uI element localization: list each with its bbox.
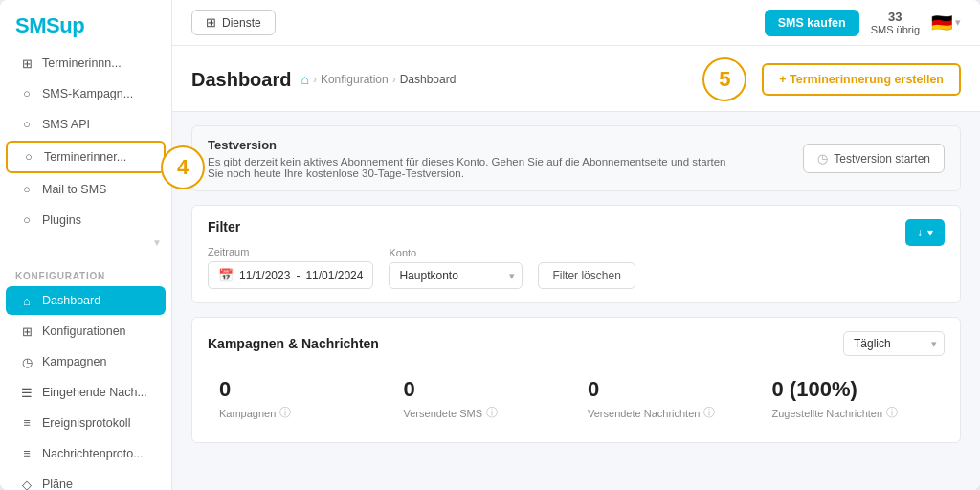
info-icon2[interactable]: ⓘ	[486, 405, 498, 421]
stat-versendete-nachrichten-value: 0	[588, 377, 749, 402]
circle-icon: ○	[19, 182, 34, 197]
circle-icon: ○	[19, 86, 34, 101]
sidebar-item-sms-api[interactable]: ○ SMS API	[6, 110, 166, 139]
sidebar-item-label: Plugins	[42, 213, 81, 227]
date-range: 11/1/2023 - 11/01/2024	[239, 269, 363, 282]
sms-kaufen-button[interactable]: SMS kaufen	[765, 10, 859, 36]
list-icon: ≡	[19, 415, 34, 431]
dienste-label: Dienste	[222, 16, 261, 30]
stat-versendete-nachrichten-label: Versendete Nachrichten ⓘ	[588, 405, 749, 421]
alert-content: Testversion Es gibt derzeit kein aktives…	[208, 138, 744, 179]
topbar-right: SMS kaufen 33 SMS übrig 🇩🇪 ▾	[765, 10, 961, 36]
sidebar-item-label: Eingehende Nach...	[42, 386, 147, 399]
filter-title: Filter	[208, 219, 240, 234]
sidebar-item-terminerinner2[interactable]: ○ Terminerinner...	[6, 141, 166, 173]
sidebar-item-label: Kampagnen	[42, 355, 106, 368]
date-separator: -	[296, 269, 300, 282]
sidebar-item-mail-to-sms[interactable]: ○ Mail to SMS	[6, 175, 166, 204]
test-circle-icon: ◷	[817, 151, 828, 166]
logo: SMSup	[0, 0, 171, 48]
sidebar-item-label: Mail to SMS	[42, 183, 106, 196]
logo-up: up	[59, 13, 84, 37]
sidebar-item-label: Dashboard	[42, 294, 100, 307]
stats-header: Kampagnen & Nachrichten Täglich Wöchentl…	[208, 331, 945, 356]
topbar: ⊞ Dienste SMS kaufen 33 SMS übrig 🇩🇪 ▾	[172, 0, 980, 46]
testversion-button[interactable]: ◷ Testversion starten	[803, 144, 945, 173]
sidebar-item-nachrichtenproto[interactable]: ≡ Nachrichtenproto...	[6, 439, 166, 468]
alert-text: Es gibt derzeit kein aktives Abonnement …	[208, 156, 744, 179]
sidebar-item-sms-kampagnen[interactable]: ○ SMS-Kampagn...	[6, 79, 166, 108]
stat-versendete-nachrichten: 0 Versendete Nachrichten ⓘ	[576, 369, 761, 429]
breadcrumb-konfiguration[interactable]: Konfiguration	[321, 73, 389, 86]
sidebar-item-terminerinnerungen1[interactable]: ⊞ Terminerinnn...	[6, 49, 166, 78]
circle-icon: ○	[21, 149, 36, 165]
create-terminerinnerung-button[interactable]: + Terminerinnerung erstellen	[762, 63, 961, 96]
flag-icon: 🇩🇪	[931, 12, 952, 33]
sidebar-item-plugins[interactable]: ○ Plugins	[6, 206, 166, 234]
filter-clear-button[interactable]: Filter löschen	[538, 262, 635, 289]
breadcrumb: ⌂ › Konfiguration › Dashboard	[301, 72, 456, 87]
sidebar-item-label: Pläne	[42, 478, 73, 490]
sms-count-value: 33	[871, 10, 920, 24]
sidebar-item-label: Nachrichtenproto...	[42, 447, 144, 460]
stat-versendete-sms-value: 0	[404, 377, 566, 402]
breadcrumb-dashboard: Dashboard	[400, 73, 457, 86]
filter-konto: Konto Hauptkonto	[389, 247, 523, 289]
annotation-5: 5	[702, 57, 746, 101]
page-header: Dashboard ⌂ › Konfiguration › Dashboard …	[172, 46, 980, 112]
main-content: ⊞ Dienste SMS kaufen 33 SMS übrig 🇩🇪 ▾	[172, 0, 980, 490]
annotation-5-label: 5	[719, 67, 730, 92]
stat-kampagnen-label: Kampagnen ⓘ	[219, 405, 381, 421]
page-title: Dashboard	[191, 69, 291, 91]
info-icon3[interactable]: ⓘ	[703, 405, 715, 421]
date-from: 11/1/2023	[239, 269, 290, 282]
breadcrumb-sep: ›	[313, 73, 317, 86]
stat-zugestellte-nachrichten-label-text: Zugestellte Nachrichten	[772, 408, 883, 419]
info-icon4[interactable]: ⓘ	[886, 405, 898, 421]
date-to: 11/01/2024	[305, 269, 363, 282]
chevron-down-icon: ▾	[955, 16, 961, 29]
content-area: Dashboard ⌂ › Konfiguration › Dashboard …	[172, 46, 980, 490]
sidebar-item-kampagnen[interactable]: ◷ Kampagnen	[6, 347, 166, 376]
tag-icon: ◇	[19, 477, 34, 490]
konto-label: Konto	[389, 247, 523, 258]
calendar-icon: 📅	[218, 268, 234, 282]
sidebar-item-ereignisprotokoll[interactable]: ≡ Ereignisprotokoll	[6, 409, 166, 437]
page-header-right: 5 + Terminerinnerung erstellen	[702, 57, 961, 101]
filter-row: Zeitraum 📅 11/1/2023 - 11/01/2024 Konto	[208, 246, 945, 289]
sms-count: 33 SMS übrig	[871, 10, 920, 35]
stat-zugestellte-nachrichten-label: Zugestellte Nachrichten ⓘ	[772, 405, 934, 421]
dienste-grid-icon: ⊞	[206, 15, 216, 30]
info-icon[interactable]: ⓘ	[279, 405, 291, 421]
download-icon: ↓	[917, 226, 923, 239]
konto-select[interactable]: Hauptkonto	[389, 262, 523, 289]
date-range-input[interactable]: 📅 11/1/2023 - 11/01/2024	[208, 261, 373, 289]
sms-ubrig-label: SMS übrig	[871, 24, 920, 35]
home-breadcrumb-icon[interactable]: ⌂	[301, 72, 308, 87]
circle-icon: ○	[19, 117, 34, 132]
circle-icon: ○	[19, 212, 34, 228]
page-header-left: Dashboard ⌂ › Konfiguration › Dashboard	[191, 69, 456, 91]
dienste-button[interactable]: ⊞ Dienste	[191, 10, 276, 35]
period-select[interactable]: Täglich Wöchentlich Monatlich	[843, 331, 945, 356]
stat-zugestellte-nachrichten-value: 0 (100%)	[772, 377, 934, 402]
sidebar-item-eingehende[interactable]: ☰ Eingehende Nach...	[6, 378, 166, 407]
stat-versendete-sms-label-text: Versendete SMS	[404, 408, 483, 419]
sidebar-item-plane[interactable]: ◇ Pläne	[6, 470, 166, 490]
zeitraum-label: Zeitraum	[208, 246, 373, 257]
export-button[interactable]: ↓ ▾	[905, 219, 945, 246]
stats-section: Kampagnen & Nachrichten Täglich Wöchentl…	[191, 317, 961, 443]
stats-title: Kampagnen & Nachrichten	[208, 336, 379, 351]
sidebar-item-dashboard[interactable]: ⌂ Dashboard	[6, 286, 166, 315]
stat-kampagnen: 0 Kampagnen ⓘ	[208, 369, 392, 429]
language-selector[interactable]: 🇩🇪 ▾	[931, 12, 961, 33]
konto-select-wrapper: Hauptkonto	[389, 262, 523, 289]
stat-zugestellte-nachrichten: 0 (100%) Zugestellte Nachrichten ⓘ	[761, 369, 946, 429]
sidebar-item-konfigurationen[interactable]: ⊞ Konfigurationen	[6, 317, 166, 345]
sidebar-item-label: Ereignisprotokoll	[42, 416, 130, 430]
stat-kampagnen-value: 0	[219, 377, 381, 402]
stat-kampagnen-label-text: Kampagnen	[219, 408, 276, 419]
stat-versendete-sms: 0 Versendete SMS ⓘ	[392, 369, 577, 429]
topbar-left: ⊞ Dienste	[191, 10, 276, 35]
home-icon: ⌂	[19, 293, 34, 308]
